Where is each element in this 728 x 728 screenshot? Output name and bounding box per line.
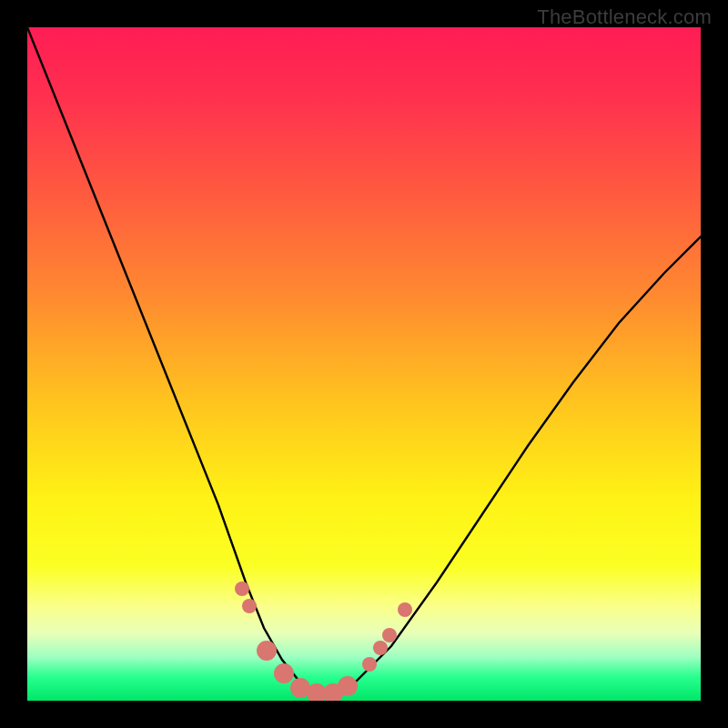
- curve-marker: [382, 628, 397, 642]
- curve-marker: [398, 602, 412, 617]
- curve-marker: [338, 676, 358, 696]
- curve-marker: [373, 641, 388, 655]
- curve-markers: [235, 581, 412, 701]
- bottleneck-curve: [27, 27, 701, 693]
- curve-marker: [257, 641, 277, 661]
- curve-layer: [27, 27, 701, 701]
- curve-marker: [235, 581, 249, 596]
- curve-marker: [362, 657, 377, 672]
- plot-area: [27, 27, 701, 701]
- watermark-text: TheBottleneck.com: [537, 5, 712, 29]
- curve-marker: [274, 663, 294, 683]
- curve-marker: [242, 599, 257, 613]
- chart-frame: TheBottleneck.com: [0, 0, 728, 728]
